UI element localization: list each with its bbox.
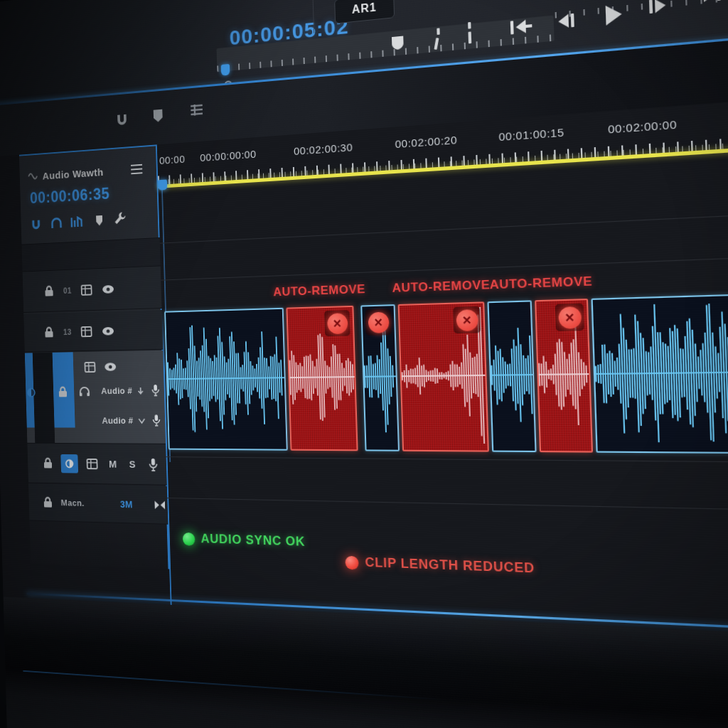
snap-icon[interactable] xyxy=(115,113,128,127)
go-to-start-button[interactable] xyxy=(510,19,532,35)
ruler-timecode-label: 00:02:00:30 xyxy=(294,141,353,157)
steps-icon[interactable] xyxy=(70,216,83,229)
clip-length-warning-label: CLIP LENGTH REDUCED xyxy=(365,555,535,577)
master-track-label: Macn. xyxy=(60,498,84,508)
track-grid-icon[interactable] xyxy=(84,362,95,373)
audio-waveform-clip[interactable]: × xyxy=(360,304,400,451)
hamburger-menu-icon[interactable] xyxy=(131,164,142,174)
ok-status-dot xyxy=(183,532,196,546)
audio-waveform-clip[interactable] xyxy=(164,308,288,451)
wrench-icon[interactable] xyxy=(113,210,127,226)
snap-icon[interactable] xyxy=(31,218,42,231)
track-column xyxy=(33,353,55,444)
timeline-area: 00:0000:00:00:0000:02:00:3000:02:00:2000… xyxy=(157,95,728,637)
headphones-icon[interactable] xyxy=(79,386,90,397)
audio-waveform-clip[interactable] xyxy=(487,300,536,452)
ruler-timecode-label: 00:02:00:20 xyxy=(395,134,457,151)
track-number: 01 xyxy=(63,286,72,296)
mic-icon[interactable] xyxy=(148,457,158,471)
status-indicators: AUDIO SYNC OK CLIP LENGTH REDUCED xyxy=(167,500,728,611)
track-row-master: Macn. 3M xyxy=(28,483,168,524)
x-circle-icon: × xyxy=(456,309,478,331)
track-row-v1: 13 xyxy=(23,310,163,353)
removed-clip[interactable]: × xyxy=(535,299,593,453)
auto-remove-label: AUTO-REMOVE xyxy=(273,282,365,299)
bezel-reflection-line xyxy=(23,670,447,701)
remove-badge[interactable]: × xyxy=(324,310,350,336)
monitor-surface: 00:00:05:02 AR1 xyxy=(0,0,728,728)
track-row-mix: M S xyxy=(27,444,166,486)
track-grid-icon[interactable] xyxy=(87,458,98,469)
track-header-sidebar: Audio Wawth 00:00:06:35 xyxy=(19,144,169,569)
arc-icon[interactable] xyxy=(51,217,63,230)
x-glyph: × xyxy=(462,312,471,327)
x-circle-icon: × xyxy=(368,311,389,333)
x-glyph: × xyxy=(374,314,382,329)
wave-icon xyxy=(28,172,38,181)
track-row-v2: 01 xyxy=(23,266,162,313)
x-circle-icon: × xyxy=(327,313,348,334)
lock-icon[interactable] xyxy=(44,285,53,296)
remove-badge[interactable]: × xyxy=(555,304,584,331)
eye-icon[interactable] xyxy=(102,284,114,294)
eye-icon[interactable] xyxy=(104,362,117,372)
chevron-icon[interactable] xyxy=(138,418,145,424)
mic-icon[interactable] xyxy=(152,414,161,426)
track-grid-icon[interactable] xyxy=(81,326,92,336)
speaker-toggle[interactable] xyxy=(60,454,78,473)
lock-icon[interactable] xyxy=(43,496,53,508)
master-value: 3M xyxy=(120,498,133,510)
x-glyph: × xyxy=(333,316,341,330)
lock-icon[interactable] xyxy=(44,326,53,338)
remove-badge[interactable]: × xyxy=(365,309,391,336)
waveform-graphic xyxy=(166,309,287,446)
mic-icon[interactable] xyxy=(151,384,160,396)
ruler-timecode-label: 00:00 xyxy=(159,153,186,166)
pin-icon[interactable] xyxy=(95,215,104,227)
audio-track-label: Audio # xyxy=(102,415,133,425)
playhead-handle[interactable] xyxy=(158,179,167,190)
waveform-graphic xyxy=(593,293,728,449)
removed-clip[interactable]: × xyxy=(398,301,489,451)
auto-remove-label: AUTO-REMOVE xyxy=(392,278,490,296)
mini-ruler-ticks xyxy=(555,0,728,18)
mute-button[interactable]: M xyxy=(109,458,117,469)
step-back-button[interactable] xyxy=(558,14,574,28)
shield-icon[interactable] xyxy=(390,34,405,51)
preset-dropdown[interactable]: AR1 xyxy=(334,0,395,24)
lock-icon[interactable] xyxy=(58,386,68,397)
marker-icon[interactable] xyxy=(152,109,164,124)
ruler-timecode-label: 00:02:00:00 xyxy=(608,118,678,136)
removed-clip[interactable]: × xyxy=(286,306,358,451)
bowtie-icon[interactable] xyxy=(154,500,166,510)
audio-track-label: Audio # xyxy=(101,385,132,396)
editor-screen: 00:00:05:02 AR1 xyxy=(0,0,728,728)
grid-icon[interactable] xyxy=(189,102,204,117)
step-forward-button[interactable] xyxy=(649,0,666,14)
ruler-timecode-label: 00:00:00:00 xyxy=(200,148,257,164)
play-button[interactable] xyxy=(606,4,623,26)
track-number: 13 xyxy=(63,327,72,336)
track-lane-divider xyxy=(160,210,728,243)
warning-status-dot xyxy=(345,556,358,570)
lock-icon[interactable] xyxy=(43,457,53,469)
chevron-down-icon[interactable] xyxy=(137,387,144,395)
remove-badge[interactable]: × xyxy=(453,306,481,333)
x-circle-icon: × xyxy=(558,306,582,328)
eye-icon[interactable] xyxy=(102,326,114,336)
auto-remove-label: AUTO-REMOVE xyxy=(489,274,592,292)
ruler-timecode-label: 00:01:00:15 xyxy=(498,126,564,143)
half-circle-icon[interactable] xyxy=(27,388,36,397)
source-timecode[interactable]: 00:00:06:35 xyxy=(30,185,110,208)
mini-playhead-marker[interactable] xyxy=(221,64,230,76)
waveform-graphic xyxy=(489,302,535,448)
sync-ok-label: AUDIO SYNC OK xyxy=(200,532,305,550)
audio-waveform-clip[interactable] xyxy=(591,291,728,454)
x-glyph: × xyxy=(564,309,574,325)
timeline-panel: Audio Wawth 00:00:06:35 xyxy=(0,95,728,637)
audio-clip-lane: ×××× xyxy=(162,291,728,454)
solo-button[interactable]: S xyxy=(129,459,135,470)
panel-title: Audio Wawth xyxy=(42,166,103,182)
track-lane-divider xyxy=(166,456,728,463)
track-grid-icon[interactable] xyxy=(81,284,92,296)
